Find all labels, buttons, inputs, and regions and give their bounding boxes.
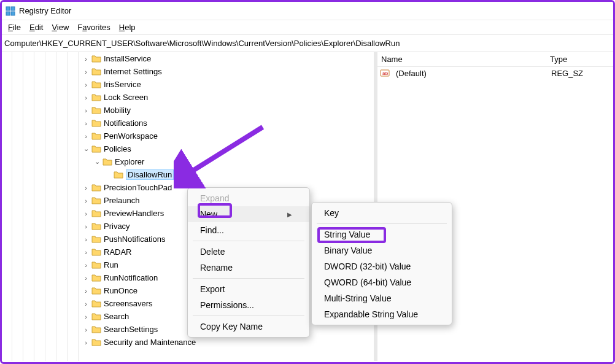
menu-favorites[interactable]: Favorites xyxy=(74,21,114,33)
cm-new-dword[interactable]: DWORD (32-bit) Value xyxy=(312,258,452,274)
cm-sep-2 xyxy=(193,278,304,279)
tree-label: Security and Maintenance xyxy=(104,338,196,347)
tree-expand-icon[interactable]: › xyxy=(82,223,90,230)
cm-permissions[interactable]: Permissions... xyxy=(188,297,309,313)
tree-expand-icon[interactable]: › xyxy=(82,120,90,127)
menu-edit[interactable]: Edit xyxy=(26,21,47,33)
tree-item[interactable]: ›IrisService xyxy=(2,78,374,91)
tree-expand-icon[interactable]: › xyxy=(82,94,90,101)
tree-label: RADAR xyxy=(104,247,132,257)
tree-label: PrecisionTouchPad xyxy=(104,183,172,192)
context-submenu-new: Key String Value Binary Value DWORD (32-… xyxy=(311,202,452,325)
cm-new-expand[interactable]: Expandable String Value xyxy=(312,306,452,322)
cm-delete[interactable]: Delete xyxy=(188,244,309,260)
cm-copykey[interactable]: Copy Key Name xyxy=(188,319,309,335)
tree-expand-icon[interactable]: › xyxy=(82,133,90,140)
tree-expand-icon[interactable]: ⌄ xyxy=(82,145,90,153)
cm-new-binary[interactable]: Binary Value xyxy=(312,242,452,258)
cm-expand: Expand xyxy=(188,190,309,206)
tree-item[interactable]: ›Security and Maintenance xyxy=(2,336,374,349)
cm-new[interactable]: New▶ xyxy=(188,206,309,222)
tree-label: RunOnce xyxy=(104,286,137,295)
tree-item[interactable]: ›Lock Screen xyxy=(2,91,374,104)
tree-expand-icon[interactable]: › xyxy=(82,326,90,333)
cm-new-qword[interactable]: QWORD (64-bit) Value xyxy=(312,274,452,290)
cm-rename[interactable]: Rename xyxy=(188,260,309,276)
tree-expand-icon[interactable]: › xyxy=(82,81,90,88)
tree-item[interactable]: ›PenWorkspace xyxy=(2,130,374,142)
tree-expand-icon[interactable]: › xyxy=(82,197,90,204)
values-header: Name Type xyxy=(377,52,613,67)
menu-bar: File Edit View Favorites Help xyxy=(2,20,613,35)
svg-text:ab: ab xyxy=(382,71,388,76)
tree-expand-icon[interactable]: › xyxy=(82,274,90,282)
tree-label: RunNotification xyxy=(104,273,158,282)
cm-export[interactable]: Export xyxy=(188,281,309,297)
svg-rect-1 xyxy=(11,7,15,10)
tree-expand-icon[interactable]: › xyxy=(82,184,90,192)
cm-new-multi[interactable]: Multi-String Value xyxy=(312,290,452,306)
cm-sep-1 xyxy=(193,241,304,241)
submenu-arrow-icon: ▶ xyxy=(287,211,292,218)
value-type: REG_SZ xyxy=(547,69,613,78)
menu-help[interactable]: Help xyxy=(115,21,139,33)
tree-label: Explorer xyxy=(115,157,144,166)
tree-label: Privacy xyxy=(104,222,130,231)
tree-label: Search xyxy=(104,312,129,321)
context-menu: Expand New▶ Find... Delete Rename Export… xyxy=(187,187,310,338)
tree-expand-icon[interactable]: › xyxy=(82,300,90,308)
string-value-icon: ab xyxy=(380,68,390,78)
tree-item[interactable]: ›InstallService xyxy=(2,52,374,65)
col-type[interactable]: Type xyxy=(546,55,613,64)
cm-sep-3 xyxy=(193,316,304,316)
tree-item[interactable]: ⌄Policies xyxy=(2,142,374,155)
cm-new-string[interactable]: String Value xyxy=(312,227,452,242)
tree-item[interactable]: ⌄Explorer xyxy=(2,155,374,168)
tree-item[interactable]: ›Internet Settings xyxy=(2,65,374,78)
tree-label: IrisService xyxy=(104,80,141,89)
svg-rect-0 xyxy=(6,7,10,10)
cm-new-key[interactable]: Key xyxy=(312,205,452,221)
tree-expand-icon[interactable]: › xyxy=(82,55,90,63)
col-name[interactable]: Name xyxy=(377,55,546,64)
tree-label: PushNotifications xyxy=(104,234,165,244)
svg-rect-3 xyxy=(11,12,15,15)
tree-item[interactable]: DisallowRun xyxy=(2,168,374,181)
app-icon xyxy=(6,6,15,16)
tree-label: SearchSettings xyxy=(104,325,158,334)
menu-file[interactable]: File xyxy=(4,21,25,33)
tree-label: PreviewHandlers xyxy=(104,209,164,218)
tree-expand-icon[interactable]: › xyxy=(82,313,90,320)
window-title: Registry Editor xyxy=(19,6,71,15)
tree-label: DisallowRun xyxy=(126,169,174,180)
svg-rect-2 xyxy=(6,12,10,15)
tree-label: Notifications xyxy=(104,118,147,128)
tree-item[interactable]: ›Mobility xyxy=(2,104,374,117)
tree-expand-icon[interactable]: › xyxy=(82,68,90,76)
tree-label: Internet Settings xyxy=(104,67,162,76)
cm-sep-n1 xyxy=(317,223,447,224)
tree-label: Run xyxy=(104,260,118,269)
cm-find[interactable]: Find... xyxy=(188,222,309,238)
tree-label: Policies xyxy=(104,144,131,153)
tree-expand-icon[interactable]: › xyxy=(82,107,90,114)
tree-expand-icon[interactable]: › xyxy=(82,249,90,256)
title-bar: Registry Editor xyxy=(2,2,613,20)
tree-label: Screensavers xyxy=(104,299,152,308)
tree-expand-icon[interactable]: › xyxy=(82,287,90,295)
tree-expand-icon[interactable]: › xyxy=(82,339,90,346)
tree-label: Lock Screen xyxy=(104,93,148,102)
tree-expand-icon[interactable]: › xyxy=(82,261,90,269)
menu-view[interactable]: View xyxy=(48,21,72,33)
address-bar[interactable]: Computer\HKEY_CURRENT_USER\Software\Micr… xyxy=(2,35,613,52)
tree-expand-icon[interactable]: › xyxy=(82,236,90,243)
tree-expand-icon[interactable]: › xyxy=(82,210,90,217)
tree-label: Prelaunch xyxy=(104,196,140,205)
value-row[interactable]: ab (Default) REG_SZ xyxy=(377,67,613,79)
tree-label: Mobility xyxy=(104,106,131,115)
tree-item[interactable]: ›Notifications xyxy=(2,117,374,130)
tree-label: PenWorkspace xyxy=(104,131,158,141)
tree-label: InstallService xyxy=(104,54,151,63)
value-name: (Default) xyxy=(392,69,547,78)
tree-expand-icon[interactable]: ⌄ xyxy=(93,158,101,166)
